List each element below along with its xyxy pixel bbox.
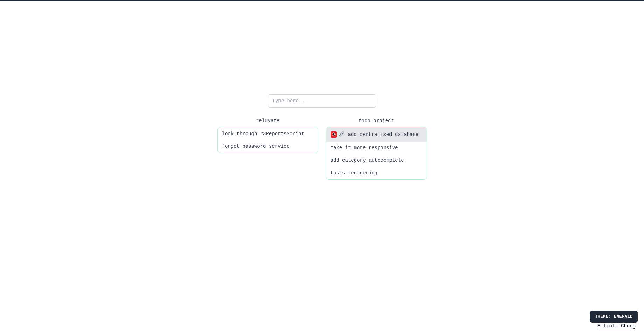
task-card: look through r3ReportsScript forget pass… — [217, 127, 318, 153]
task-text: add category autocomplete — [331, 158, 404, 163]
edit-icon[interactable] — [339, 131, 345, 138]
task-text: forget password service — [222, 144, 290, 149]
task-row[interactable]: add centralised database — [326, 127, 427, 142]
task-text: tasks reordering — [331, 170, 378, 176]
task-row[interactable]: forget password service — [218, 140, 318, 153]
task-row[interactable]: make it more responsive — [326, 142, 427, 154]
task-text: make it more responsive — [331, 145, 398, 151]
task-hover-actions — [331, 131, 345, 138]
main-content: reluvate look through r3ReportsScript fo… — [0, 1, 644, 180]
columns-container: reluvate look through r3ReportsScript fo… — [217, 118, 427, 180]
task-text: add centralised database — [348, 132, 419, 137]
column-todo-project: todo_project — [326, 118, 427, 180]
theme-badge[interactable]: THEME: EMERALD — [590, 311, 638, 323]
column-title: reluvate — [256, 118, 279, 124]
task-row[interactable]: tasks reordering — [326, 167, 427, 179]
search-input[interactable] — [268, 94, 376, 108]
footer-author-link[interactable]: Elliott Chong — [597, 323, 636, 329]
task-card: add centralised database make it more re… — [326, 127, 427, 180]
column-title: todo_project — [359, 118, 394, 124]
task-row[interactable]: look through r3ReportsScript — [218, 127, 318, 140]
delete-icon[interactable] — [331, 131, 337, 138]
column-reluvate: reluvate look through r3ReportsScript fo… — [217, 118, 318, 180]
task-text: look through r3ReportsScript — [222, 131, 304, 137]
task-row[interactable]: add category autocomplete — [326, 154, 427, 167]
